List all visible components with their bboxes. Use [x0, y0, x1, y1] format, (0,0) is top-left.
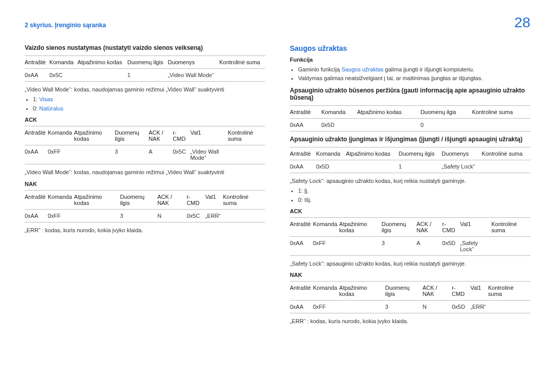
list-item: 0: Išj.: [298, 196, 530, 204]
th: Atpažinimo kodas: [339, 217, 381, 236]
td: 0xAA: [290, 301, 313, 313]
table-safety-ack: Antraštė Komanda Atpažinimo kodas Duomen…: [290, 217, 530, 256]
td: [78, 69, 127, 82]
td: 0x5D: [316, 160, 346, 173]
th: Komanda: [313, 217, 339, 236]
note: „ERR“ : kodas, kuris nurodo, kokia įvyko…: [290, 318, 530, 325]
th: Kontrolinė suma: [228, 126, 265, 145]
th: Val1: [205, 190, 223, 209]
td: 0x5C: [49, 69, 78, 82]
td: [219, 69, 265, 82]
th: Atpažinimo kodas: [78, 56, 127, 69]
note: „Video Wall Mode“: kodas, naudojamas gam…: [25, 169, 265, 176]
th: Duomenų ilgis: [385, 282, 422, 301]
right-column: Saugos užraktas Funkcija Gaminio funkcij…: [290, 44, 530, 328]
th: ACK / NAK: [416, 217, 442, 236]
th: Kontrolinė suma: [482, 147, 530, 160]
value: Visas: [39, 96, 53, 102]
chapter-title: 2 skyrius. Įrenginio sąranka: [25, 22, 106, 29]
nak-label: NAK: [25, 181, 265, 187]
bullets-safety: 1: Įj. 0: Išj.: [290, 187, 530, 204]
td: 0: [420, 118, 472, 131]
value: Natūralus: [39, 105, 63, 111]
bullets-video-wall: 1: Visas 0: Natūralus: [25, 96, 265, 113]
td: [472, 118, 530, 131]
th: Komanda: [321, 105, 357, 118]
th: Atpažinimo kodas: [339, 282, 385, 301]
th: Val1: [460, 217, 491, 236]
th: Antraštė: [290, 147, 316, 160]
td: 0x5D: [452, 301, 470, 313]
left-heading: Vaizdo sienos nustatymas (nustatyti vaiz…: [25, 44, 265, 51]
th: Komanda: [313, 282, 339, 301]
th: ACK / NAK: [422, 282, 452, 301]
td: „Safety Lock“: [441, 160, 482, 173]
page-header: 2 skyrius. Įrenginio sąranka 28: [25, 15, 530, 30]
th: Atpažinimo kodas: [346, 147, 399, 160]
td: 0x5D: [442, 236, 460, 255]
td: [339, 236, 381, 255]
note: „Safety Lock“: apsauginio užrakto kodas,…: [290, 260, 530, 268]
th: r-CMD: [442, 217, 460, 236]
th: Kontrolinė suma: [488, 282, 530, 301]
td: [491, 236, 530, 255]
td: [482, 160, 530, 173]
td: [339, 301, 385, 313]
td: 1: [127, 69, 168, 82]
td: 0xAA: [290, 118, 321, 131]
th: Komanda: [49, 56, 78, 69]
td: „Safety Lock“: [460, 236, 491, 255]
nak-label: NAK: [290, 272, 530, 278]
th: Komanda: [316, 147, 346, 160]
list-item: Valdymas galimas neatsižvelgiant į tai, …: [298, 74, 530, 82]
table-safety-set: Antraštė Komanda Atpažinimo kodas Duomen…: [290, 147, 530, 173]
th: Antraštė: [25, 56, 49, 69]
td: 0xFF: [313, 301, 339, 313]
td: [346, 160, 399, 173]
th: Kontrolinė suma: [223, 190, 265, 209]
th: Antraštė: [290, 105, 321, 118]
td: 0xAA: [25, 69, 49, 82]
td: [488, 301, 530, 313]
th: Val1: [470, 282, 488, 301]
th: Atpažinimo kodas: [74, 190, 120, 209]
right-heading-1: Apsauginio užrakto būsenos peržiūra (gau…: [290, 87, 530, 101]
th: Kontrolinė suma: [491, 217, 530, 236]
content-columns: Vaizdo sienos nustatymas (nustatyti vaiz…: [25, 44, 530, 328]
td: 1: [399, 160, 442, 173]
th: r-CMD: [187, 190, 205, 209]
th: ACK / NAK: [157, 190, 187, 209]
th: Atpažinimo kodas: [357, 105, 421, 118]
function-label: Funkcija: [290, 57, 530, 63]
th: Antraštė: [25, 190, 48, 209]
section-title: Saugos užraktas: [290, 44, 530, 52]
td: [357, 118, 421, 131]
td: 0xAA: [25, 145, 48, 164]
td: 3: [120, 209, 157, 222]
th: Duomenų ilgis: [115, 126, 149, 145]
td: 0x5C: [187, 209, 205, 222]
list-item: 0: Natūralus: [33, 105, 265, 113]
th: Komanda: [48, 190, 74, 209]
td: „Video Wall Mode“: [190, 145, 228, 164]
th: Antraštė: [290, 217, 313, 236]
left-column: Vaizdo sienos nustatymas (nustatyti vaiz…: [25, 44, 265, 328]
list-item: 1: Įj.: [298, 187, 530, 195]
page-number: 28: [514, 15, 530, 30]
list-item: Gaminio funkciją Saugos užraktas galima …: [298, 66, 530, 73]
td: „ERR“: [470, 301, 488, 313]
th: Komanda: [48, 126, 74, 145]
th: Duomenų ilgis: [381, 217, 416, 236]
td: N: [422, 301, 452, 313]
list-item: 1: Visas: [33, 96, 265, 103]
td: N: [157, 209, 187, 222]
table-video-wall-nak: Antraštė Komanda Atpažinimo kodas Duomen…: [25, 190, 265, 222]
th: Antraštė: [25, 126, 48, 145]
inline-term: Saugos užraktas: [341, 66, 383, 72]
th: Duomenų ilgis: [399, 147, 442, 160]
td: 0xFF: [48, 209, 74, 222]
note: „ERR“ : kodas, kuris nurodo, kokia įvyko…: [25, 227, 265, 234]
function-bullets: Gaminio funkciją Saugos užraktas galima …: [290, 66, 530, 83]
td: 3: [115, 145, 149, 164]
td: [223, 209, 265, 222]
